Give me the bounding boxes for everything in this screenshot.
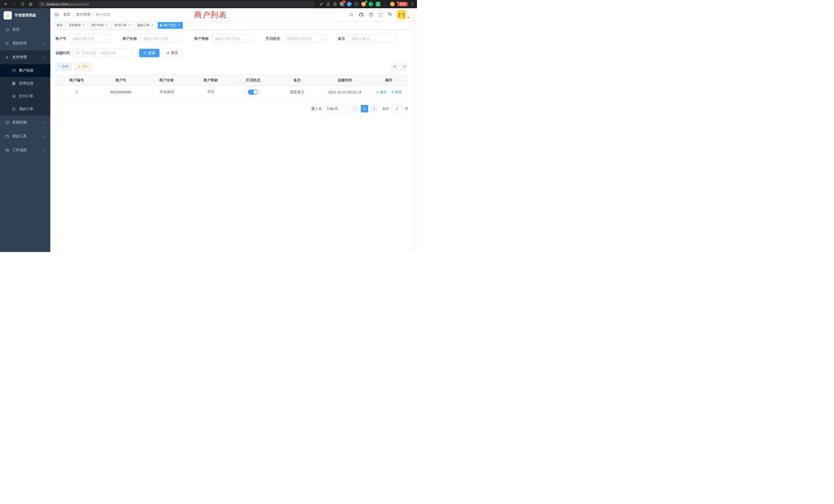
share-icon[interactable] — [326, 2, 330, 6]
create-time-range-picker[interactable]: 开始日期 - 结束日期 — [73, 49, 133, 57]
breadcrumb-payment[interactable]: 支付管理 — [76, 12, 90, 17]
page-size-select[interactable]: 10条/页 — [324, 105, 349, 112]
bookmark-star-icon[interactable] — [333, 2, 337, 6]
fullscreen-icon[interactable] — [378, 12, 383, 17]
extension-icon-4[interactable]: 1 — [361, 2, 366, 6]
hamburger-icon[interactable] — [54, 12, 59, 17]
document-icon — [12, 107, 16, 111]
breadcrumb-home[interactable]: 首页 — [63, 12, 70, 17]
filter-row-1: 商户号 商户全称 商户简称 开启状态 请选择开启状态 — [56, 35, 408, 43]
payment-submenu: 商户信息 应用信息 支付订单 退款订单 — [0, 64, 50, 115]
app-logo[interactable]: 芋道管理系统 — [0, 8, 50, 23]
tab-merchant-info[interactable]: 商户信息 × — [158, 22, 183, 29]
grid-icon — [12, 81, 16, 86]
tab-user-group[interactable]: 用户分组 × — [89, 22, 111, 29]
pagination: 共 1 条 10条/页 ‹ 1 › 前往 页 — [56, 105, 408, 112]
short-name-input[interactable] — [212, 35, 254, 43]
refresh-table-button[interactable] — [400, 63, 408, 70]
delete-button[interactable]: 删除 — [391, 90, 401, 94]
gear-icon — [5, 41, 9, 46]
chevron-down-icon — [43, 148, 46, 151]
sidebar-item-payment[interactable]: ¥ 支付管理 — [0, 50, 50, 64]
remark-input[interactable] — [348, 35, 396, 43]
close-icon[interactable]: × — [151, 24, 154, 27]
goto-label: 前往 — [382, 107, 389, 111]
merchant-no-input[interactable] — [69, 35, 111, 43]
next-page-button[interactable]: › — [371, 105, 378, 112]
prev-page-button[interactable]: ‹ — [351, 105, 358, 112]
tab-process-form[interactable]: 流程表单 × — [66, 22, 88, 29]
browser-back-button[interactable] — [3, 1, 9, 7]
plus-icon: + — [59, 65, 61, 68]
close-icon[interactable]: × — [128, 24, 131, 27]
sidebar-item-infrastructure[interactable]: 基础设施 — [0, 115, 50, 129]
sidebar-item-pay-order[interactable]: 支付订单 — [0, 90, 50, 102]
sidebar-item-refund-order[interactable]: 退款订单 — [0, 102, 50, 115]
close-icon[interactable]: × — [177, 24, 180, 27]
sidebar-item-home[interactable]: 首页 — [0, 23, 50, 37]
tab-pay-order[interactable]: 支付订单 × — [112, 22, 133, 29]
help-icon[interactable] — [369, 12, 373, 17]
font-size-icon[interactable]: TT — [388, 12, 392, 17]
extension-icon-2[interactable] — [347, 2, 352, 6]
search-button[interactable]: 搜索 — [139, 49, 159, 57]
status-select[interactable]: 请选择开启状态 — [283, 35, 326, 43]
export-button[interactable]: 导出 — [74, 63, 92, 70]
password-key-icon[interactable] — [320, 2, 324, 6]
date-end-placeholder[interactable]: 结束日期 — [102, 51, 116, 55]
github-icon[interactable] — [359, 12, 364, 17]
page-content: 商户号 商户全称 商户简称 开启状态 请选择开启状态 — [50, 30, 413, 252]
close-icon[interactable]: × — [82, 24, 86, 27]
tab-home[interactable]: 首页 — [54, 22, 65, 29]
sidebar-item-merchant-info[interactable]: 商户信息 — [0, 64, 50, 77]
url-bar[interactable]: localhost:1024/pay/merchant — [38, 1, 315, 7]
sidebar-item-dev-tools[interactable]: 研发工具 — [0, 129, 50, 143]
close-icon[interactable]: × — [105, 24, 108, 27]
chevron-down-icon — [321, 38, 324, 40]
status-toggle[interactable] — [248, 90, 258, 95]
goto-page-input[interactable] — [391, 105, 403, 112]
sidebar-item-workflow[interactable]: 工作流程 — [0, 143, 50, 157]
cell-merchant-no: M233666999 — [98, 86, 144, 98]
site-info-icon[interactable] — [41, 2, 44, 6]
scrollbar-gutter[interactable] — [413, 8, 417, 252]
browser-update-button[interactable]: 更新 — [397, 2, 408, 6]
user-avatar[interactable] — [397, 10, 406, 19]
sidebar-item-system[interactable]: 系统管理 — [0, 37, 50, 50]
edit-button[interactable]: 修改 — [376, 90, 387, 94]
page-number-1[interactable]: 1 — [361, 105, 368, 112]
update-notification-dot — [397, 1, 398, 3]
toggle-search-button[interactable] — [391, 63, 398, 70]
create-time-label: 创建时间 — [56, 51, 70, 55]
extension-icon-3[interactable] — [354, 2, 359, 6]
user-menu[interactable] — [397, 10, 409, 19]
reset-button[interactable]: 重置 — [162, 49, 182, 57]
breadcrumb-current: 商户信息 — [96, 12, 110, 17]
browser-menu-button[interactable] — [411, 2, 414, 6]
search-icon[interactable] — [349, 12, 354, 17]
calendar-icon — [76, 51, 80, 55]
full-name-input[interactable] — [140, 35, 182, 43]
date-start-placeholder[interactable]: 开始日期 — [82, 51, 96, 55]
extension-icon-1[interactable]: 10 — [340, 2, 344, 6]
browser-home-button[interactable] — [27, 1, 34, 7]
trash-icon — [391, 91, 394, 94]
sidebar-item-application-info[interactable]: 应用信息 — [0, 77, 50, 90]
extension-icon-6[interactable] — [376, 2, 380, 6]
url-text: localhost:1024/pay/merchant — [46, 2, 89, 6]
logo-image — [4, 11, 12, 20]
profile-avatar-icon[interactable] — [390, 2, 395, 6]
tab-refund-order[interactable]: 退款订单 × — [135, 22, 156, 29]
browser-forward-button[interactable] — [11, 1, 18, 7]
browser-reload-button[interactable] — [19, 1, 26, 7]
chevron-down-icon — [43, 121, 46, 123]
monitor-icon — [5, 120, 9, 125]
breadcrumb: 首页 / 支付管理 / 商户信息 — [63, 12, 110, 17]
active-tab-dot — [160, 24, 162, 26]
filter-row-2: 创建时间 开始日期 - 结束日期 搜索 重置 — [56, 49, 408, 57]
col-merchant-no: 商户号 — [98, 75, 144, 86]
extension-icon-5[interactable] — [369, 2, 373, 6]
table-header-row: 商户编号 商户号 商户全称 商户简称 开启状态 备注 创建时间 操作 — [56, 75, 408, 86]
extension-icon-7[interactable] — [383, 2, 388, 6]
add-button[interactable]: + 新增 — [56, 63, 72, 70]
